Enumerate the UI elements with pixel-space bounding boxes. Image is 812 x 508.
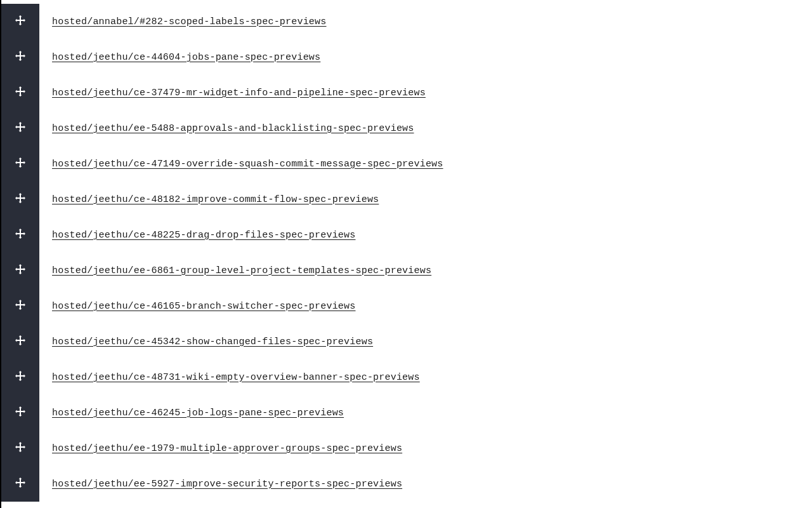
list-item: hosted/jeethu/ce-46245-job-logs-pane-spe… (1, 395, 812, 431)
link-cell: hosted/annabel/#282-scoped-labels-spec-p… (39, 4, 326, 39)
preview-link[interactable]: hosted/jeethu/ce-47149-override-squash-c… (52, 159, 443, 170)
list-item: hosted/jeethu/ce-37479-mr-widget-info-an… (1, 75, 812, 110)
list-item: hosted/jeethu/ee-5488-approvals-and-blac… (1, 110, 812, 146)
move-icon (15, 86, 25, 99)
move-icon (15, 229, 25, 241)
move-icon (15, 122, 25, 135)
drag-handle[interactable] (1, 431, 39, 466)
preview-link[interactable]: hosted/jeethu/ee-6861-group-level-projec… (52, 265, 431, 276)
preview-link[interactable]: hosted/jeethu/ce-37479-mr-widget-info-an… (52, 88, 426, 98)
list-item: hosted/jeethu/ce-48731-wiki-empty-overvi… (1, 359, 812, 395)
move-icon (15, 157, 25, 170)
preview-link[interactable]: hosted/jeethu/ce-48225-drag-drop-files-s… (52, 230, 355, 241)
move-icon (15, 15, 25, 28)
preview-link[interactable]: hosted/annabel/#282-scoped-labels-spec-p… (52, 17, 326, 27)
drag-handle[interactable] (1, 324, 39, 359)
drag-handle[interactable] (1, 217, 39, 253)
link-cell: hosted/jeethu/ce-45342-show-changed-file… (39, 324, 373, 359)
move-icon (15, 406, 25, 419)
drag-handle[interactable] (1, 110, 39, 146)
preview-link[interactable]: hosted/jeethu/ce-46245-job-logs-pane-spe… (52, 408, 344, 418)
drag-handle[interactable] (1, 75, 39, 110)
preview-link[interactable]: hosted/jeethu/ce-45342-show-changed-file… (52, 337, 373, 347)
link-cell: hosted/jeethu/ce-48182-improve-commit-fl… (39, 182, 379, 217)
link-cell: hosted/jeethu/ce-48225-drag-drop-files-s… (39, 217, 355, 253)
link-cell: hosted/jeethu/ce-47149-override-squash-c… (39, 146, 443, 182)
drag-handle[interactable] (1, 4, 39, 39)
list-item: hosted/jeethu/ce-47149-override-squash-c… (1, 146, 812, 182)
move-icon (15, 478, 25, 490)
move-icon (15, 335, 25, 348)
link-cell: hosted/jeethu/ce-46165-branch-switcher-s… (39, 288, 355, 324)
link-cell: hosted/jeethu/ee-5927-improve-security-r… (39, 466, 402, 502)
link-cell: hosted/jeethu/ee-1979-multiple-approver-… (39, 431, 402, 466)
list-item: hosted/jeethu/ce-48182-improve-commit-fl… (1, 182, 812, 217)
move-icon (15, 193, 25, 206)
preview-link[interactable]: hosted/jeethu/ce-48731-wiki-empty-overvi… (52, 372, 420, 383)
list-item: hosted/jeethu/ce-45342-show-changed-file… (1, 324, 812, 359)
list-item: hosted/jeethu/ee-5927-improve-security-r… (1, 466, 812, 502)
drag-handle[interactable] (1, 395, 39, 431)
link-cell: hosted/jeethu/ee-5488-approvals-and-blac… (39, 110, 414, 146)
drag-handle[interactable] (1, 253, 39, 288)
move-icon (15, 264, 25, 277)
drag-handle[interactable] (1, 359, 39, 395)
link-cell: hosted/jeethu/ce-48731-wiki-empty-overvi… (39, 359, 420, 395)
move-icon (15, 300, 25, 312)
drag-handle[interactable] (1, 182, 39, 217)
preview-link[interactable]: hosted/jeethu/ee-1979-multiple-approver-… (52, 443, 402, 454)
preview-link[interactable]: hosted/jeethu/ee-5927-improve-security-r… (52, 479, 402, 490)
link-cell: hosted/jeethu/ce-37479-mr-widget-info-an… (39, 75, 426, 110)
move-icon (15, 51, 25, 64)
list-item: hosted/annabel/#282-scoped-labels-spec-p… (1, 4, 812, 39)
list-item: hosted/jeethu/ee-6861-group-level-projec… (1, 253, 812, 288)
move-icon (15, 371, 25, 384)
drag-handle[interactable] (1, 288, 39, 324)
preview-link[interactable]: hosted/jeethu/ce-48182-improve-commit-fl… (52, 194, 379, 205)
drag-handle[interactable] (1, 39, 39, 75)
list-item: hosted/jeethu/ee-1979-multiple-approver-… (1, 431, 812, 466)
drag-handle[interactable] (1, 146, 39, 182)
move-icon (15, 442, 25, 455)
link-cell: hosted/jeethu/ce-44604-jobs-pane-spec-pr… (39, 39, 320, 75)
list-item: hosted/jeethu/ce-44604-jobs-pane-spec-pr… (1, 39, 812, 75)
preview-link[interactable]: hosted/jeethu/ee-5488-approvals-and-blac… (52, 123, 414, 134)
sortable-link-list: hosted/annabel/#282-scoped-labels-spec-p… (1, 0, 812, 508)
drag-handle[interactable] (1, 466, 39, 502)
preview-link[interactable]: hosted/jeethu/ce-44604-jobs-pane-spec-pr… (52, 52, 320, 63)
link-cell: hosted/jeethu/ce-46245-job-logs-pane-spe… (39, 395, 344, 431)
preview-link[interactable]: hosted/jeethu/ce-46165-branch-switcher-s… (52, 301, 355, 312)
list-item: hosted/jeethu/ce-46165-branch-switcher-s… (1, 288, 812, 324)
list-item: hosted/jeethu/ce-48225-drag-drop-files-s… (1, 217, 812, 253)
link-cell: hosted/jeethu/ee-6861-group-level-projec… (39, 253, 431, 288)
